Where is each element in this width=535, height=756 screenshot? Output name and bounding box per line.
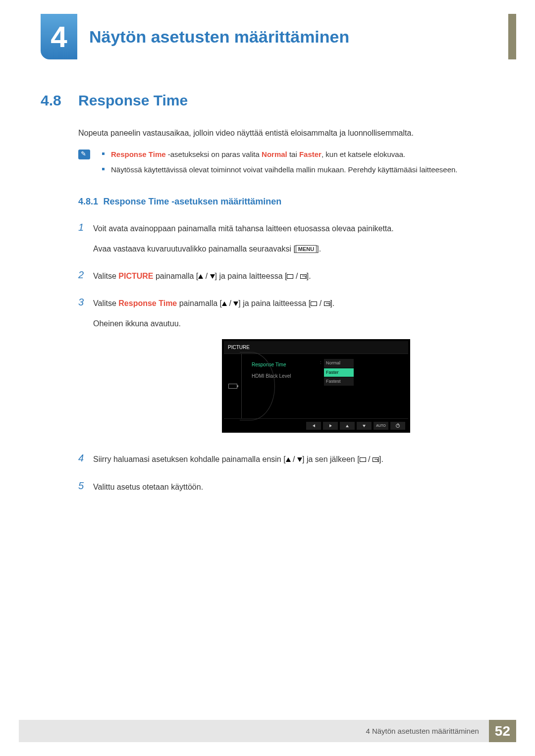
text: Avaa vastaava kuvaruutuvalikko painamall… [93,245,296,253]
page-footer: 4 Näytön asetusten määrittäminen 52 [19,720,516,742]
osd-item-response-time: Response Time [246,359,317,370]
page-content: 4.8 Response Time Nopeuta paneelin vasta… [41,92,496,507]
text: ]. [379,455,383,463]
step-number: 1 [78,222,93,262]
text: Valitse [93,299,118,307]
note-block: Response Time -asetukseksi on paras vali… [78,149,496,180]
osd-option-faster: Faster [324,368,354,377]
menu-button-icon: MENU [296,245,317,253]
note-bullet-1: Response Time -asetukseksi on paras vali… [102,149,458,160]
osd-nav-right [323,422,338,430]
osd-option-fastest: Fastest [324,377,354,386]
osd-nav-auto: AUTO [374,422,388,430]
osd-nav-bar: AUTO [224,418,408,433]
subsection-heading: 4.8.1 Response Time -asetuksen määrittäm… [78,197,496,207]
source-icon [324,302,330,306]
step-2-line: Valitse PICTURE painamalla [ / ] ja pain… [93,269,311,283]
up-icon [198,274,203,279]
power-icon [396,424,400,428]
step-number: 3 [78,297,93,446]
section-heading: 4.8 Response Time [41,92,496,109]
text: Siirry haluamasi asetuksen kohdalle pain… [93,455,286,463]
step-3-line-2: Oheinen ikkuna avautuu. [93,317,410,330]
text: painamalla [ [154,272,199,280]
chapter-title: Näytön asetusten määrittäminen [89,27,349,47]
osd-menu-list: Response Time HDMI Black Level [242,354,321,418]
text: ]. [317,245,321,253]
section-number: 4.8 [41,92,78,109]
down-icon [233,302,238,306]
header-side-accent [508,14,516,59]
osd-option-normal: Normal [324,359,354,367]
osd-item-hdmi-black-level: HDMI Black Level [246,370,317,382]
step-2: 2 Valitse PICTURE painamalla [ / ] ja pa… [78,269,496,290]
up-icon [286,457,291,462]
step-3: 3 Valitse Response Time painamalla [ / ]… [78,297,496,446]
osd-screenshot: PICTURE Response Time HDMI Black Level :… [222,339,410,433]
step-1-line-2: Avaa vastaava kuvaruutuvalikko painamall… [93,242,394,255]
steps-list: 1 Voit avata avainoppaan painamalla mitä… [78,222,496,501]
select-icon [311,302,317,306]
kw-faster: Faster [299,150,321,158]
kw-response-time: Response Time [111,150,166,158]
text: ] ja sen jälkeen [ [302,455,360,463]
osd-nav-down [357,422,372,430]
step-5-line: Valittu asetus otetaan käyttöön. [93,480,203,494]
source-icon [373,457,379,462]
step-4: 4 Siirry haluamasi asetuksen kohdalle pa… [78,453,496,473]
text: painamalla [ [177,299,222,307]
footer-page-number: 52 [489,720,516,742]
step-body: Siirry haluamasi asetuksen kohdalle pain… [93,453,383,473]
down-icon [210,274,215,279]
subsection-number: 4.8.1 [78,197,98,206]
chapter-number-badge: 4 [41,14,77,59]
kw-normal: Normal [262,150,287,158]
note-icon [78,150,90,159]
step-number: 2 [78,269,93,290]
osd-header: PICTURE [224,341,408,354]
step-5: 5 Valittu asetus otetaan käyttöön. [78,480,496,501]
down-icon [297,457,302,462]
select-icon [360,457,366,462]
osd-body: Response Time HDMI Black Level : Normal … [224,354,408,418]
kw-picture: PICTURE [118,272,153,280]
step-3-line-1: Valitse Response Time painamalla [ / ] j… [93,297,410,310]
subsection-title: Response Time -asetuksen määrittäminen [104,197,282,206]
step-4-line: Siirry haluamasi asetuksen kohdalle pain… [93,453,383,466]
step-number: 4 [78,453,93,473]
osd-nav-left [306,422,321,430]
note-bullet-2: Näytössä käytettävissä olevat toiminnot … [102,164,458,175]
battery-icon [228,384,237,389]
text: Valitse [93,272,118,280]
step-body: Voit avata avainoppaan painamalla mitä t… [93,222,394,262]
section-title: Response Time [78,92,188,109]
kw-response-time: Response Time [118,299,177,307]
text: , kun et katsele elokuvaa. [321,150,405,158]
text: -asetukseksi on paras valita [166,150,262,158]
note-list: Response Time -asetukseksi on paras vali… [102,149,458,180]
step-body: Valitse PICTURE painamalla [ / ] ja pain… [93,269,311,290]
footer-spacer [19,720,356,742]
step-number: 5 [78,480,93,501]
footer-text: 4 Näytön asetusten määrittäminen [356,720,488,742]
step-body: Valitse Response Time painamalla [ / ] j… [93,297,410,446]
source-icon [300,274,307,279]
text: tai [287,150,299,158]
step-body: Valittu asetus otetaan käyttöön. [93,480,203,501]
up-icon [222,302,227,306]
section-intro: Nopeuta paneelin vastausaikaa, jolloin v… [78,129,496,138]
text: ] ja paina laitteessa [ [238,299,311,307]
text: ] ja paina laitteessa [ [215,272,287,280]
text: ]. [330,299,335,307]
step-1-line-1: Voit avata avainoppaan painamalla mitä t… [93,222,394,235]
select-icon [287,274,293,279]
osd-nav-up [340,422,355,430]
step-1: 1 Voit avata avainoppaan painamalla mitä… [78,222,496,262]
osd-nav-power [390,422,405,430]
text: ]. [307,272,311,280]
chapter-header: 4 Näytön asetusten määrittäminen [41,14,349,59]
osd-options: : Normal Faster Fastest [321,354,408,418]
osd-left-panel [224,354,242,418]
